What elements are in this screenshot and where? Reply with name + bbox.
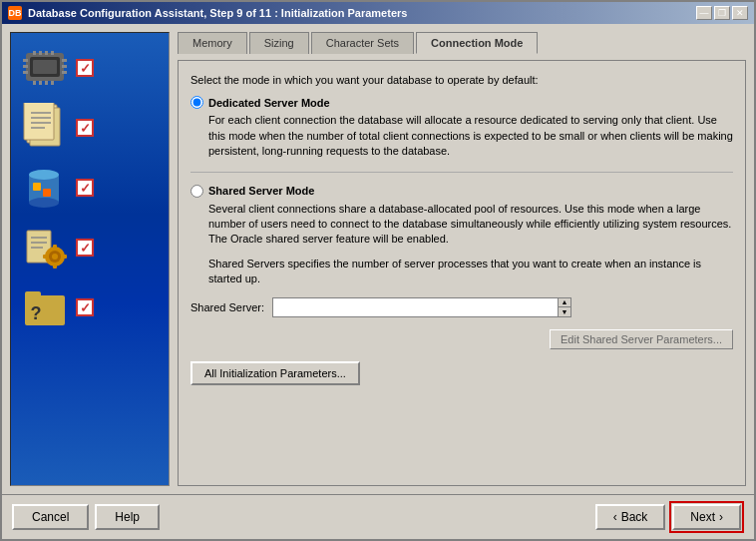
window-title: Database Configuration Assistant, Step 9…	[28, 7, 407, 19]
sidebar-check-4	[76, 239, 94, 257]
svg-rect-12	[51, 51, 54, 55]
panel-content: Select the mode in which you want your d…	[178, 60, 746, 486]
chip-icon	[21, 48, 71, 88]
sidebar-check-5	[76, 298, 94, 316]
svg-rect-27	[33, 183, 41, 191]
svg-rect-13	[33, 81, 36, 85]
shared-server-input-wrap: ▲ ▼	[272, 297, 571, 317]
svg-rect-28	[43, 189, 51, 197]
tab-connection-mode[interactable]: Connection Mode	[416, 32, 538, 54]
svg-point-25	[29, 170, 59, 180]
gear-docs-icon	[21, 228, 71, 268]
svg-rect-8	[62, 71, 67, 74]
titlebar-left: DB Database Configuration Assistant, Ste…	[8, 6, 407, 20]
main-content: ? Memory Sizing Character Sets Connectio…	[2, 24, 754, 494]
svg-rect-36	[53, 245, 57, 249]
svg-rect-4	[23, 65, 28, 68]
bottom-right-buttons: ‹ Back Next ›	[595, 501, 744, 533]
titlebar-buttons: — ❐ ✕	[696, 6, 748, 20]
dedicated-mode-radio[interactable]	[190, 96, 203, 109]
svg-rect-6	[62, 59, 67, 62]
svg-rect-10	[39, 51, 42, 55]
next-arrow-icon: ›	[719, 510, 723, 524]
next-button-wrapper: Next ›	[669, 501, 744, 533]
restore-button[interactable]: ❐	[714, 6, 730, 20]
shared-mode-section: Shared Server Mode Several client connec…	[190, 185, 733, 349]
sidebar-item-2	[21, 108, 159, 148]
bottom-left-buttons: Cancel Help	[12, 504, 160, 530]
titlebar: DB Database Configuration Assistant, Ste…	[2, 2, 754, 24]
svg-rect-16	[51, 81, 54, 85]
minimize-button[interactable]: —	[696, 6, 712, 20]
shared-server-label: Shared Server:	[190, 301, 264, 313]
svg-rect-3	[23, 59, 28, 62]
next-button[interactable]: Next ›	[672, 504, 741, 530]
edit-shared-server-button[interactable]: Edit Shared Server Parameters...	[550, 329, 733, 349]
svg-rect-15	[45, 81, 48, 85]
sidebar-item-3	[21, 168, 159, 208]
sidebar-check-1	[76, 59, 94, 77]
dedicated-mode-label[interactable]: Dedicated Server Mode	[190, 96, 733, 109]
shared-mode-description1: Several client connections share a datab…	[208, 202, 733, 248]
spin-up-button[interactable]: ▲	[559, 298, 570, 308]
next-label: Next	[690, 510, 715, 524]
folder-question-icon: ?	[21, 287, 71, 327]
app-icon: DB	[8, 6, 22, 20]
right-panel: Memory Sizing Character Sets Connection …	[178, 32, 746, 486]
docs-icon	[21, 108, 71, 148]
sidebar-check-2	[76, 119, 94, 137]
shared-mode-label[interactable]: Shared Server Mode	[190, 185, 733, 198]
shared-server-row: Shared Server: ▲ ▼	[190, 297, 733, 317]
back-arrow-icon: ‹	[613, 510, 617, 524]
divider-1	[190, 172, 733, 173]
svg-rect-14	[39, 81, 42, 85]
spin-down-button[interactable]: ▼	[559, 307, 570, 316]
svg-rect-2	[33, 60, 57, 74]
main-window: DB Database Configuration Assistant, Ste…	[0, 0, 756, 541]
tab-memory[interactable]: Memory	[178, 32, 247, 54]
sidebar-item-4	[21, 228, 159, 268]
shared-server-input[interactable]	[272, 297, 558, 317]
tab-charsets[interactable]: Character Sets	[311, 32, 414, 54]
svg-rect-37	[53, 265, 57, 269]
svg-rect-9	[33, 51, 36, 55]
sidebar-item-5: ?	[21, 287, 159, 327]
close-button[interactable]: ✕	[732, 6, 748, 20]
svg-rect-5	[23, 71, 28, 74]
shared-mode-description2: Shared Servers specifies the number of s…	[208, 257, 733, 287]
svg-point-26	[29, 198, 59, 208]
svg-rect-38	[43, 255, 47, 259]
svg-text:?: ?	[31, 303, 42, 323]
back-button[interactable]: ‹ Back	[595, 504, 666, 530]
sidebar-check-3	[76, 179, 94, 197]
all-init-params-button[interactable]: All Initialization Parameters...	[190, 361, 360, 385]
svg-rect-11	[45, 51, 48, 55]
help-button[interactable]: Help	[95, 504, 160, 530]
svg-rect-41	[25, 291, 41, 299]
cancel-button[interactable]: Cancel	[12, 504, 89, 530]
svg-point-35	[52, 254, 58, 260]
dedicated-mode-description: For each client connection the database …	[208, 113, 733, 159]
dedicated-mode-section: Dedicated Server Mode For each client co…	[190, 96, 733, 159]
back-label: Back	[621, 510, 648, 524]
sidebar-item-1	[21, 48, 159, 88]
shared-mode-radio[interactable]	[190, 185, 203, 198]
svg-rect-7	[62, 65, 67, 68]
panel-description: Select the mode in which you want your d…	[190, 73, 733, 88]
database-icon	[21, 168, 71, 208]
svg-rect-19	[24, 103, 54, 140]
sidebar: ?	[10, 32, 170, 486]
tab-sizing[interactable]: Sizing	[249, 32, 309, 54]
svg-rect-39	[63, 255, 67, 259]
bottom-bar: Cancel Help ‹ Back Next ›	[2, 494, 754, 539]
tabs-bar: Memory Sizing Character Sets Connection …	[178, 32, 746, 54]
shared-server-spinner: ▲ ▼	[558, 297, 571, 317]
